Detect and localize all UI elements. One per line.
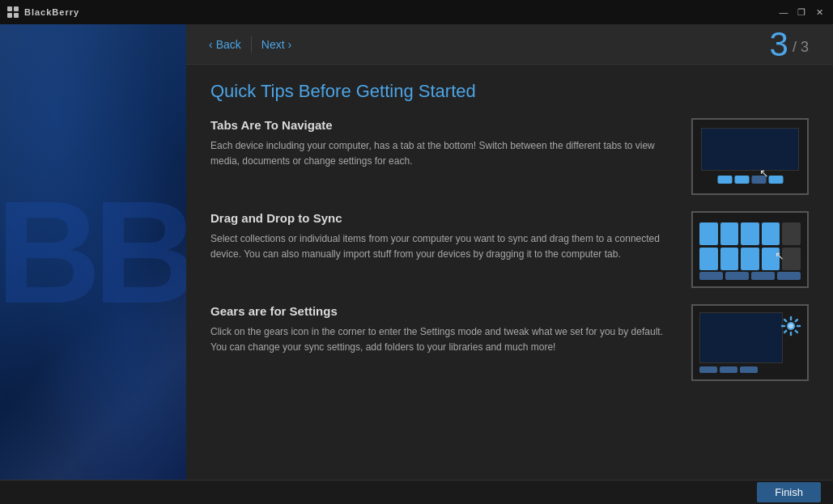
svg-point-4	[788, 324, 793, 328]
blackberry-logo-icon	[6, 6, 19, 19]
tip-1-image: ↖	[691, 118, 809, 195]
tip-section-2: Drag and Drop to Sync Select collections…	[210, 211, 809, 288]
minimize-button[interactable]: —	[776, 6, 791, 19]
tip-section-3: Gears are for Settings Click on the gear…	[210, 304, 809, 381]
page-title: Quick Tips Before Getting Started	[210, 81, 809, 102]
main-content-area: ‹ Back Next › 3 / 3 Quick Tips Before Ge…	[186, 24, 833, 480]
nav-divider	[251, 36, 252, 53]
tip-3-text: Gears are for Settings Click on the gear…	[210, 304, 675, 355]
svg-rect-3	[14, 13, 19, 18]
page-indicator: 3 / 3	[770, 28, 809, 61]
tip-3-heading: Gears are for Settings	[210, 304, 675, 318]
svg-rect-0	[7, 6, 12, 11]
sidebar: BB	[0, 24, 186, 480]
title-bar: BlackBerry — ❐ ✕	[0, 0, 833, 24]
close-button[interactable]: ✕	[812, 6, 827, 19]
next-label: Next	[261, 38, 285, 51]
footer: Finish	[0, 480, 833, 504]
tip-1-heading: Tabs Are To Navigate	[210, 118, 675, 132]
svg-rect-2	[7, 13, 12, 18]
next-chevron-icon: ›	[288, 38, 292, 51]
tip-1-body: Each device including your computer, has…	[210, 138, 675, 169]
gear-illustration-icon	[779, 314, 803, 338]
next-button[interactable]: Next ›	[255, 35, 298, 54]
title-bar-logo: BlackBerry	[6, 6, 79, 19]
tip-2-body: Select collections or individual items f…	[210, 231, 675, 262]
tip-3-image	[691, 304, 809, 381]
restore-button[interactable]: ❐	[794, 6, 809, 19]
sidebar-watermark: BB	[0, 180, 186, 325]
app-body: BB ‹ Back Next › 3 / 3 Quick Tips Before…	[0, 24, 833, 480]
back-chevron-icon: ‹	[209, 38, 213, 51]
svg-rect-1	[14, 6, 19, 11]
tip-3-body: Click on the gears icon in the corner to…	[210, 324, 675, 355]
window-controls[interactable]: — ❐ ✕	[776, 6, 827, 19]
finish-button[interactable]: Finish	[757, 482, 821, 502]
tip-section-1: Tabs Are To Navigate Each device includi…	[210, 118, 809, 195]
tip-2-image: ↖	[691, 211, 809, 288]
nav-bar: ‹ Back Next › 3 / 3	[186, 24, 833, 65]
content-body: Quick Tips Before Getting Started Tabs A…	[186, 65, 833, 480]
app-brand: BlackBerry	[24, 7, 79, 17]
back-label: Back	[216, 38, 241, 51]
tip-2-text: Drag and Drop to Sync Select collections…	[210, 211, 675, 262]
back-button[interactable]: ‹ Back	[202, 35, 248, 54]
page-total: / 3	[788, 38, 809, 54]
page-current: 3	[770, 25, 788, 63]
tip-1-text: Tabs Are To Navigate Each device includi…	[210, 118, 675, 169]
tip-2-heading: Drag and Drop to Sync	[210, 211, 675, 225]
